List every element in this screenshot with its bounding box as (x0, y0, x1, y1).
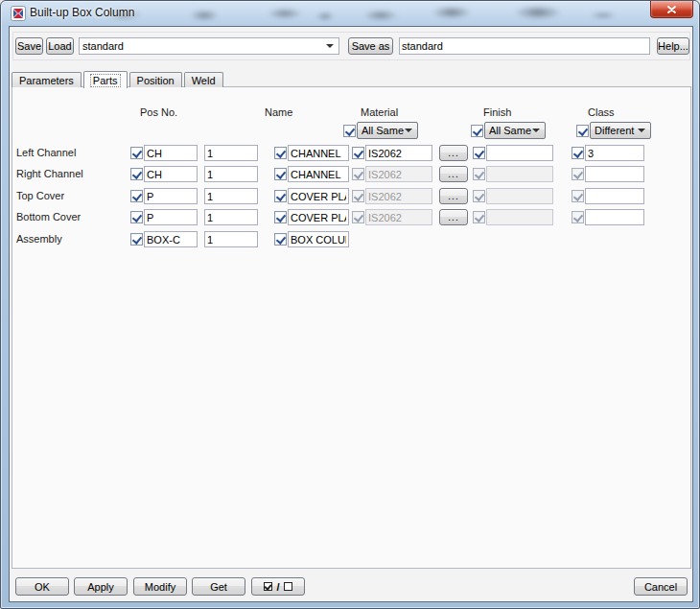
class-checkbox[interactable] (572, 190, 584, 202)
class-checkbox[interactable] (572, 211, 584, 223)
part-row-label: Assembly (16, 231, 62, 247)
material-mode-checkbox[interactable] (343, 125, 356, 137)
app-icon (11, 6, 26, 21)
name-input[interactable] (288, 166, 349, 182)
part-row-label: Bottom Cover (16, 209, 81, 225)
titlebar[interactable]: Built-up Box Column (1, 1, 699, 26)
chevron-down-icon[interactable] (326, 44, 334, 48)
dialog-client-area: Save Load Save as Help... Parameters Par… (9, 26, 693, 602)
finish-mode-checkbox[interactable] (471, 125, 483, 137)
unchecked-box-icon (284, 582, 292, 591)
finish-checkbox[interactable] (473, 168, 485, 180)
pos-prefix-input[interactable] (144, 145, 198, 161)
tab-label: Parameters (19, 75, 74, 86)
part-row-right-channel: Right Channel ... (12, 166, 690, 182)
class-checkbox[interactable] (572, 147, 584, 159)
name-input[interactable] (288, 231, 349, 247)
column-header-class: Class (588, 106, 615, 118)
name-input[interactable] (288, 145, 349, 161)
parts-tab-page: Pos No. Name Material Finish Class All S… (12, 86, 691, 569)
apply-button[interactable]: Apply (74, 577, 128, 596)
class-input[interactable] (585, 209, 644, 225)
pos-start-input[interactable] (204, 166, 258, 182)
tab-weld[interactable]: Weld (184, 72, 223, 87)
pos-prefix-input[interactable] (144, 166, 198, 182)
column-header-finish: Finish (483, 106, 511, 118)
tab-parameters[interactable]: Parameters (12, 72, 82, 87)
class-input[interactable] (585, 166, 644, 182)
pos-prefix-input[interactable] (144, 188, 198, 204)
pos-start-input[interactable] (204, 145, 258, 161)
settings-combobox-input[interactable] (80, 38, 326, 54)
close-button[interactable] (650, 1, 693, 18)
cancel-button[interactable]: Cancel (634, 577, 688, 596)
class-input[interactable] (585, 188, 644, 204)
pos-no-checkbox[interactable] (130, 211, 143, 223)
toggle-all-checkboxes-button[interactable]: / (251, 577, 305, 596)
class-input[interactable] (585, 145, 644, 161)
material-input[interactable] (365, 145, 432, 161)
close-icon (667, 6, 676, 13)
part-row-assembly: Assembly (12, 231, 690, 247)
class-checkbox[interactable] (572, 168, 584, 180)
load-button[interactable]: Load (46, 37, 74, 55)
material-input (365, 188, 432, 204)
pos-start-input[interactable] (204, 209, 258, 225)
part-row-left-channel: Left Channel ... (12, 145, 690, 161)
help-button[interactable]: Help... (657, 37, 689, 55)
material-mode-dropdown[interactable]: All Same (357, 122, 418, 139)
name-checkbox[interactable] (274, 233, 287, 246)
column-header-pos-no: Pos No. (140, 106, 177, 118)
dialog-window: Built-up Box Column Save Load Save as He… (0, 0, 700, 609)
class-mode-dropdown[interactable]: Different (590, 122, 651, 139)
material-browse-button[interactable]: ... (439, 145, 468, 161)
finish-checkbox[interactable] (473, 211, 485, 223)
material-browse-button[interactable]: ... (439, 209, 468, 225)
name-checkbox[interactable] (274, 147, 287, 159)
pos-prefix-input[interactable] (144, 231, 198, 247)
save-as-button[interactable]: Save as (348, 37, 393, 55)
material-input (365, 166, 432, 182)
save-as-name-input[interactable] (399, 37, 650, 55)
get-button[interactable]: Get (192, 577, 245, 596)
settings-combobox[interactable] (79, 37, 339, 55)
name-input[interactable] (288, 188, 349, 204)
material-mode-value: All Same (358, 125, 405, 136)
finish-input (486, 166, 553, 182)
name-checkbox[interactable] (274, 211, 287, 223)
window-title: Built-up Box Column (30, 6, 134, 19)
name-input[interactable] (288, 209, 349, 225)
pos-no-checkbox[interactable] (130, 168, 143, 180)
name-checkbox[interactable] (274, 190, 287, 202)
pos-prefix-input[interactable] (144, 209, 198, 225)
finish-checkbox[interactable] (473, 190, 485, 202)
name-checkbox[interactable] (274, 168, 287, 180)
pos-start-input[interactable] (204, 188, 258, 204)
pos-no-checkbox[interactable] (130, 233, 143, 246)
material-browse-button[interactable]: ... (439, 166, 468, 182)
tab-strip: Parameters Parts Position Weld (12, 71, 225, 87)
part-row-top-cover: Top Cover ... (12, 188, 690, 204)
tab-label: Position (137, 75, 175, 86)
material-checkbox[interactable] (352, 147, 364, 159)
material-checkbox[interactable] (352, 168, 364, 180)
modify-button[interactable]: Modify (133, 577, 187, 596)
pos-start-input[interactable] (204, 231, 258, 247)
material-browse-button[interactable]: ... (439, 188, 468, 204)
pos-no-checkbox[interactable] (130, 190, 143, 202)
material-checkbox[interactable] (352, 190, 364, 202)
finish-checkbox[interactable] (473, 147, 485, 159)
part-row-bottom-cover: Bottom Cover ... (12, 209, 690, 225)
finish-input[interactable] (486, 145, 553, 161)
material-checkbox[interactable] (352, 211, 364, 223)
pos-no-checkbox[interactable] (130, 147, 143, 159)
save-button[interactable]: Save (15, 37, 43, 55)
ok-button[interactable]: OK (15, 577, 69, 596)
finish-mode-dropdown[interactable]: All Same (484, 122, 546, 139)
class-mode-checkbox[interactable] (576, 125, 589, 137)
tab-parts[interactable]: Parts (83, 71, 128, 88)
chevron-down-icon (405, 129, 412, 132)
tab-position[interactable]: Position (129, 72, 182, 87)
part-row-label: Right Channel (16, 166, 83, 182)
toggle-separator: / (276, 581, 279, 593)
